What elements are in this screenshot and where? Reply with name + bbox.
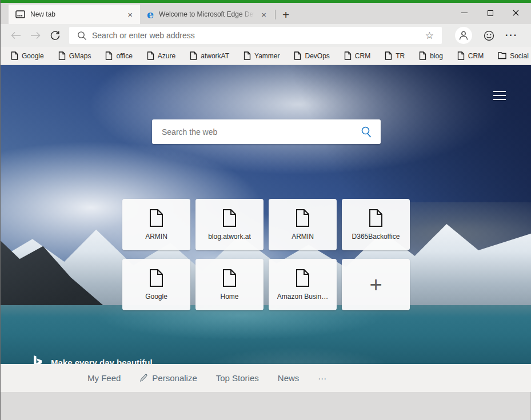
favorite-crm-2[interactable]: CRM: [457, 51, 484, 60]
top-site-tile[interactable]: Google: [122, 259, 190, 310]
feed-tab-label: Personalize: [152, 373, 197, 383]
tab-new-tab[interactable]: New tab ×: [9, 5, 140, 24]
page-icon: [149, 269, 164, 287]
feed-tab-top-stories[interactable]: Top Stories: [216, 373, 259, 383]
new-tab-page-icon: [15, 10, 25, 18]
favorite-star-icon[interactable]: ☆: [421, 30, 438, 42]
page-icon: [11, 51, 18, 60]
page-icon: [368, 209, 384, 227]
minimize-button[interactable]: [452, 5, 477, 21]
favorite-label: CRM: [468, 52, 484, 60]
favorite-yammer[interactable]: Yammer: [243, 51, 280, 60]
more-dots-icon: ···: [318, 373, 326, 383]
back-button[interactable]: [6, 27, 26, 44]
close-button[interactable]: [503, 5, 529, 21]
page-icon: [457, 51, 465, 60]
feed-tab-my-feed[interactable]: My Feed: [87, 373, 121, 383]
page-icon: [385, 51, 392, 60]
personalize-button[interactable]: Personalize: [139, 373, 197, 383]
maximize-icon: [488, 10, 493, 16]
page-icon: [295, 209, 310, 227]
window-controls: [452, 5, 529, 21]
hamburger-icon: [493, 91, 506, 92]
favorite-blog[interactable]: blog: [419, 51, 443, 60]
favorite-azure[interactable]: Azure: [147, 51, 175, 60]
refresh-icon: [50, 30, 61, 41]
favorite-gmaps[interactable]: GMaps: [58, 51, 91, 60]
favorites-bar: Google GMaps office Azure atworkAT Yamme…: [1, 47, 531, 65]
favorite-label: TR: [396, 52, 405, 60]
tab-title: New tab: [30, 10, 122, 18]
forward-button[interactable]: [26, 27, 45, 44]
top-site-tile[interactable]: ARMIN: [269, 199, 337, 250]
favorite-label: Social: [510, 52, 529, 60]
favorite-label: GMaps: [69, 52, 91, 60]
page-icon: [149, 209, 164, 227]
tab-welcome-edge[interactable]: e Welcome to Microsoft Edge Dev ×: [140, 5, 274, 24]
tab-close-icon[interactable]: ×: [259, 10, 268, 19]
favorite-folder-social[interactable]: Social: [498, 52, 529, 60]
page-icon: [105, 51, 113, 60]
search-submit-icon[interactable]: [360, 126, 373, 138]
tile-label: Google: [145, 293, 167, 301]
favorite-google[interactable]: Google: [11, 51, 44, 60]
favorite-label: Azure: [158, 52, 175, 60]
favorite-devops[interactable]: DevOps: [294, 51, 329, 60]
tab-title: Welcome to Microsoft Edge Dev: [159, 10, 256, 18]
favorite-atworkat[interactable]: atworkAT: [190, 51, 229, 60]
tile-label: blog.atwork.at: [208, 233, 251, 241]
new-tab-button[interactable]: +: [279, 9, 293, 21]
refresh-button[interactable]: [45, 27, 65, 44]
hamburger-icon: [493, 99, 506, 100]
top-site-tile[interactable]: Home: [195, 259, 263, 310]
add-top-site-tile[interactable]: +: [342, 259, 410, 310]
top-site-tile[interactable]: Amazon Busin…: [269, 259, 337, 310]
maximize-button[interactable]: [477, 5, 503, 21]
plus-icon: +: [369, 276, 382, 293]
top-site-tile[interactable]: D365Backoffice: [342, 199, 410, 250]
favorite-label: office: [116, 52, 132, 60]
feed-tab-label: News: [278, 373, 300, 383]
address-input[interactable]: [92, 31, 421, 40]
titlebar: New tab × e Welcome to Microsoft Edge De…: [1, 3, 531, 24]
tile-label: Amazon Busin…: [277, 293, 328, 301]
feedback-button[interactable]: [479, 27, 498, 44]
page-icon: [294, 51, 301, 60]
new-tab-page: ARMIN blog.atwork.at ARMIN D365Backoffic…: [1, 65, 531, 392]
browser-window: New tab × e Welcome to Microsoft Edge De…: [0, 0, 531, 420]
favorite-tr[interactable]: TR: [385, 51, 405, 60]
minimize-icon: [461, 13, 468, 13]
web-search-input[interactable]: [162, 127, 360, 137]
web-search-box[interactable]: [152, 119, 381, 144]
settings-more-button[interactable]: ···: [502, 27, 521, 44]
page-icon: [295, 269, 310, 287]
address-bar[interactable]: ☆: [69, 27, 442, 44]
favorite-office[interactable]: office: [105, 51, 132, 60]
page-menu-button[interactable]: [493, 91, 506, 100]
more-dots-icon: ···: [505, 30, 518, 41]
page-icon: [147, 51, 154, 60]
pencil-icon: [139, 374, 148, 382]
top-site-tile[interactable]: ARMIN: [122, 199, 190, 250]
top-site-tile[interactable]: blog.atwork.at: [195, 199, 263, 250]
tab-close-icon[interactable]: ×: [126, 10, 134, 19]
smiley-icon: [484, 30, 494, 41]
tile-label: Home: [220, 293, 238, 301]
close-icon: [513, 10, 519, 16]
person-icon: [458, 30, 469, 41]
tile-label: ARMIN: [145, 233, 167, 241]
page-icon: [344, 51, 352, 60]
page-icon: [222, 209, 237, 227]
page-icon: [419, 51, 426, 60]
feed-tab-label: My Feed: [87, 373, 121, 383]
feed-tab-news[interactable]: News: [278, 373, 300, 383]
back-icon: [11, 31, 21, 39]
feed-more-button[interactable]: ···: [318, 373, 326, 383]
search-icon: [77, 31, 87, 41]
favorite-label: atworkAT: [201, 52, 229, 60]
favorite-crm-1[interactable]: CRM: [344, 51, 370, 60]
tile-label: D365Backoffice: [352, 233, 400, 241]
profile-button[interactable]: [455, 27, 472, 44]
favorite-label: Yammer: [254, 52, 280, 60]
feed-tab-label: Top Stories: [216, 373, 259, 383]
